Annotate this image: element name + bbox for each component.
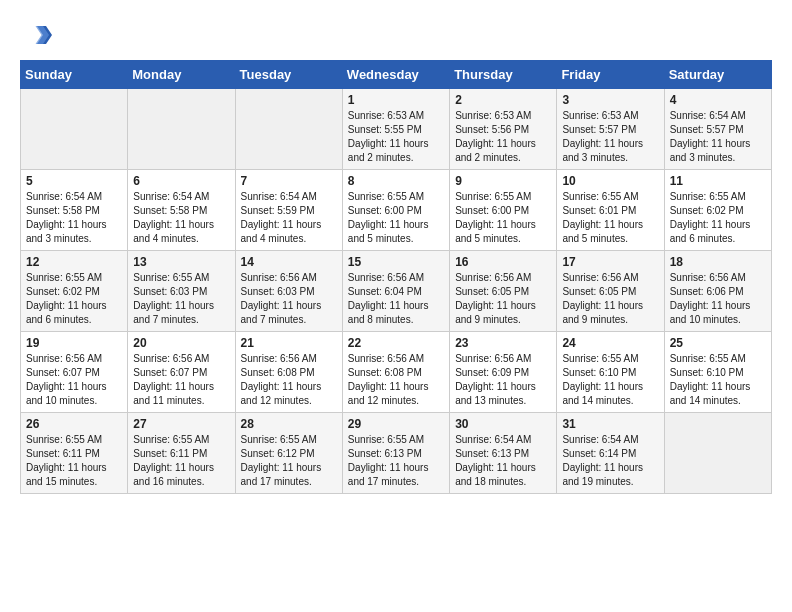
calendar-cell: 19Sunrise: 6:56 AM Sunset: 6:07 PM Dayli… [21,332,128,413]
calendar-cell: 20Sunrise: 6:56 AM Sunset: 6:07 PM Dayli… [128,332,235,413]
day-info: Sunrise: 6:56 AM Sunset: 6:08 PM Dayligh… [348,352,444,408]
calendar-cell: 11Sunrise: 6:55 AM Sunset: 6:02 PM Dayli… [664,170,771,251]
day-info: Sunrise: 6:53 AM Sunset: 5:55 PM Dayligh… [348,109,444,165]
calendar-cell: 21Sunrise: 6:56 AM Sunset: 6:08 PM Dayli… [235,332,342,413]
day-number: 8 [348,174,444,188]
day-number: 16 [455,255,551,269]
day-info: Sunrise: 6:56 AM Sunset: 6:09 PM Dayligh… [455,352,551,408]
day-number: 29 [348,417,444,431]
day-info: Sunrise: 6:54 AM Sunset: 5:58 PM Dayligh… [26,190,122,246]
day-number: 19 [26,336,122,350]
day-number: 24 [562,336,658,350]
weekday-header: Saturday [664,61,771,89]
day-number: 1 [348,93,444,107]
day-info: Sunrise: 6:55 AM Sunset: 6:02 PM Dayligh… [26,271,122,327]
calendar-cell: 10Sunrise: 6:55 AM Sunset: 6:01 PM Dayli… [557,170,664,251]
calendar-cell: 23Sunrise: 6:56 AM Sunset: 6:09 PM Dayli… [450,332,557,413]
day-number: 26 [26,417,122,431]
calendar-cell: 27Sunrise: 6:55 AM Sunset: 6:11 PM Dayli… [128,413,235,494]
day-number: 15 [348,255,444,269]
day-number: 3 [562,93,658,107]
day-info: Sunrise: 6:56 AM Sunset: 6:04 PM Dayligh… [348,271,444,327]
day-info: Sunrise: 6:53 AM Sunset: 5:56 PM Dayligh… [455,109,551,165]
day-info: Sunrise: 6:56 AM Sunset: 6:05 PM Dayligh… [562,271,658,327]
day-info: Sunrise: 6:55 AM Sunset: 6:01 PM Dayligh… [562,190,658,246]
calendar-cell: 9Sunrise: 6:55 AM Sunset: 6:00 PM Daylig… [450,170,557,251]
calendar-cell: 15Sunrise: 6:56 AM Sunset: 6:04 PM Dayli… [342,251,449,332]
day-info: Sunrise: 6:56 AM Sunset: 6:06 PM Dayligh… [670,271,766,327]
day-number: 31 [562,417,658,431]
calendar-cell: 28Sunrise: 6:55 AM Sunset: 6:12 PM Dayli… [235,413,342,494]
day-info: Sunrise: 6:55 AM Sunset: 6:13 PM Dayligh… [348,433,444,489]
calendar-cell: 6Sunrise: 6:54 AM Sunset: 5:58 PM Daylig… [128,170,235,251]
logo [20,20,52,50]
calendar-week-row: 1Sunrise: 6:53 AM Sunset: 5:55 PM Daylig… [21,89,772,170]
day-number: 7 [241,174,337,188]
calendar-week-row: 26Sunrise: 6:55 AM Sunset: 6:11 PM Dayli… [21,413,772,494]
day-number: 5 [26,174,122,188]
day-info: Sunrise: 6:55 AM Sunset: 6:00 PM Dayligh… [348,190,444,246]
day-number: 18 [670,255,766,269]
day-info: Sunrise: 6:56 AM Sunset: 6:07 PM Dayligh… [133,352,229,408]
day-number: 20 [133,336,229,350]
calendar-week-row: 5Sunrise: 6:54 AM Sunset: 5:58 PM Daylig… [21,170,772,251]
day-number: 11 [670,174,766,188]
weekday-header: Monday [128,61,235,89]
calendar-cell [21,89,128,170]
calendar-cell: 12Sunrise: 6:55 AM Sunset: 6:02 PM Dayli… [21,251,128,332]
calendar-week-row: 19Sunrise: 6:56 AM Sunset: 6:07 PM Dayli… [21,332,772,413]
weekday-header: Wednesday [342,61,449,89]
day-info: Sunrise: 6:56 AM Sunset: 6:05 PM Dayligh… [455,271,551,327]
day-number: 13 [133,255,229,269]
day-info: Sunrise: 6:54 AM Sunset: 5:59 PM Dayligh… [241,190,337,246]
day-number: 21 [241,336,337,350]
calendar-cell: 16Sunrise: 6:56 AM Sunset: 6:05 PM Dayli… [450,251,557,332]
calendar-cell: 3Sunrise: 6:53 AM Sunset: 5:57 PM Daylig… [557,89,664,170]
calendar-table: SundayMondayTuesdayWednesdayThursdayFrid… [20,60,772,494]
day-number: 12 [26,255,122,269]
calendar-cell: 5Sunrise: 6:54 AM Sunset: 5:58 PM Daylig… [21,170,128,251]
day-number: 14 [241,255,337,269]
weekday-header: Friday [557,61,664,89]
calendar-cell: 30Sunrise: 6:54 AM Sunset: 6:13 PM Dayli… [450,413,557,494]
day-info: Sunrise: 6:55 AM Sunset: 6:12 PM Dayligh… [241,433,337,489]
day-info: Sunrise: 6:56 AM Sunset: 6:07 PM Dayligh… [26,352,122,408]
weekday-header: Sunday [21,61,128,89]
day-number: 22 [348,336,444,350]
day-number: 9 [455,174,551,188]
day-number: 25 [670,336,766,350]
day-info: Sunrise: 6:54 AM Sunset: 5:58 PM Dayligh… [133,190,229,246]
calendar-cell: 4Sunrise: 6:54 AM Sunset: 5:57 PM Daylig… [664,89,771,170]
calendar-cell: 14Sunrise: 6:56 AM Sunset: 6:03 PM Dayli… [235,251,342,332]
calendar-cell: 1Sunrise: 6:53 AM Sunset: 5:55 PM Daylig… [342,89,449,170]
calendar-cell: 29Sunrise: 6:55 AM Sunset: 6:13 PM Dayli… [342,413,449,494]
calendar-cell: 24Sunrise: 6:55 AM Sunset: 6:10 PM Dayli… [557,332,664,413]
day-info: Sunrise: 6:56 AM Sunset: 6:03 PM Dayligh… [241,271,337,327]
day-info: Sunrise: 6:56 AM Sunset: 6:08 PM Dayligh… [241,352,337,408]
calendar-cell [235,89,342,170]
day-info: Sunrise: 6:55 AM Sunset: 6:10 PM Dayligh… [670,352,766,408]
day-number: 23 [455,336,551,350]
weekday-header: Thursday [450,61,557,89]
calendar-cell: 25Sunrise: 6:55 AM Sunset: 6:10 PM Dayli… [664,332,771,413]
day-info: Sunrise: 6:55 AM Sunset: 6:00 PM Dayligh… [455,190,551,246]
day-number: 6 [133,174,229,188]
calendar-cell: 22Sunrise: 6:56 AM Sunset: 6:08 PM Dayli… [342,332,449,413]
calendar-cell [128,89,235,170]
calendar-cell: 31Sunrise: 6:54 AM Sunset: 6:14 PM Dayli… [557,413,664,494]
weekday-header: Tuesday [235,61,342,89]
calendar-cell: 2Sunrise: 6:53 AM Sunset: 5:56 PM Daylig… [450,89,557,170]
day-info: Sunrise: 6:55 AM Sunset: 6:03 PM Dayligh… [133,271,229,327]
page-header [20,20,772,50]
day-info: Sunrise: 6:55 AM Sunset: 6:11 PM Dayligh… [133,433,229,489]
calendar-cell: 8Sunrise: 6:55 AM Sunset: 6:00 PM Daylig… [342,170,449,251]
calendar-cell: 26Sunrise: 6:55 AM Sunset: 6:11 PM Dayli… [21,413,128,494]
day-number: 27 [133,417,229,431]
day-info: Sunrise: 6:54 AM Sunset: 5:57 PM Dayligh… [670,109,766,165]
day-number: 2 [455,93,551,107]
calendar-cell: 17Sunrise: 6:56 AM Sunset: 6:05 PM Dayli… [557,251,664,332]
calendar-cell [664,413,771,494]
calendar-week-row: 12Sunrise: 6:55 AM Sunset: 6:02 PM Dayli… [21,251,772,332]
day-number: 10 [562,174,658,188]
day-number: 4 [670,93,766,107]
